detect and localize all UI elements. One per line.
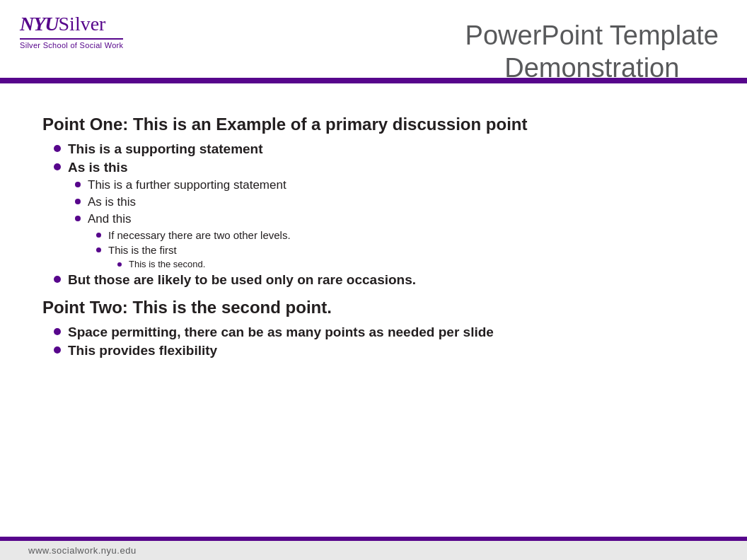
logo-area: NYU Silver Silver School of Social Work (20, 13, 123, 49)
bullet-text: This is the second. (129, 259, 205, 269)
bullet-dot-icon (75, 216, 81, 221)
footer: www.socialwork.nyu.edu (0, 537, 747, 560)
point2-bullet-list: Space permitting, there can be as many p… (42, 325, 705, 358)
bullet-dot-icon (54, 145, 61, 152)
bullet-dot-icon (75, 199, 81, 204)
list-item: As is this (42, 160, 705, 175)
bullet-text: As is this (68, 160, 127, 175)
list-item: As is this (42, 195, 705, 209)
list-item: This is a further supporting statement (42, 178, 705, 192)
slide-title-line2: Demonstration (504, 53, 679, 83)
list-item: This is the second. (42, 259, 705, 269)
list-item: Space permitting, there can be as many p… (42, 325, 705, 340)
list-item: And this (42, 212, 705, 226)
bullet-dot-icon (54, 163, 61, 170)
logo-underline (20, 38, 123, 40)
bullet-dot-icon (96, 247, 101, 252)
list-item: This provides flexibility (42, 343, 705, 358)
list-item: But those are likely to be used only on … (42, 272, 705, 288)
point2-heading: Point Two: This is the second point. (42, 298, 705, 317)
point1-bullet-list: This is a supporting statement As is thi… (42, 141, 705, 288)
bullet-dot-icon (96, 233, 101, 238)
bullet-text: And this (88, 212, 131, 226)
list-item: This is a supporting statement (42, 141, 705, 157)
logo-subtitle: Silver School of Social Work (20, 41, 123, 49)
slide-title-line1: PowerPoint Template (465, 21, 719, 50)
bullet-text: This is a further supporting statement (88, 178, 286, 192)
slide-title: PowerPoint Template Demonstration (465, 13, 719, 84)
footer-url: www.socialwork.nyu.edu (0, 541, 747, 560)
bullet-dot-icon (54, 328, 61, 335)
logo-nyu-text: NYU (20, 13, 59, 35)
bullet-dot-icon (54, 276, 61, 283)
point1-heading: Point One: This is an Example of a prima… (42, 115, 705, 134)
list-item: If necessary there are two other levels. (42, 229, 705, 241)
bullet-text: But those are likely to be used only on … (68, 272, 416, 288)
bullet-text: This is a supporting statement (68, 141, 263, 157)
bullet-dot-icon (117, 262, 122, 267)
list-item: This is the first (42, 244, 705, 256)
content-area: Point One: This is an Example of a prima… (0, 83, 747, 375)
bullet-text: Space permitting, there can be as many p… (68, 325, 494, 340)
logo-silver-text: Silver (59, 13, 106, 35)
bullet-text: If necessary there are two other levels. (108, 229, 291, 241)
bullet-dot-icon (54, 346, 61, 354)
bullet-text: As is this (88, 195, 136, 209)
bullet-dot-icon (75, 182, 81, 187)
bullet-text: This provides flexibility (68, 343, 217, 358)
logo-nyu: NYU Silver (20, 13, 105, 35)
bullet-text: This is the first (108, 244, 177, 256)
header: NYU Silver Silver School of Social Work … (0, 0, 747, 78)
